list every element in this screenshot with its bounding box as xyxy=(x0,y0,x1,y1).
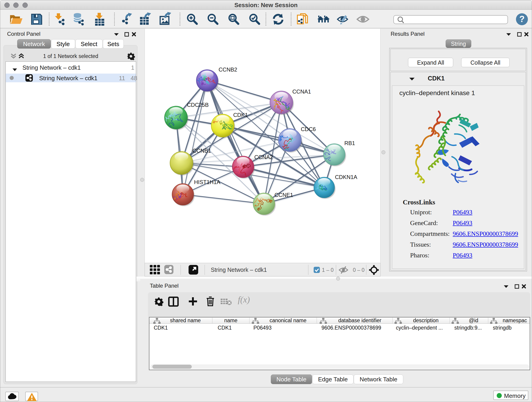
svg-text:CDK1: CDK1 xyxy=(233,112,248,118)
svg-text:CDKN1A: CDKN1A xyxy=(335,174,357,180)
svg-text:HIST1H1A: HIST1H1A xyxy=(194,179,220,185)
svg-text:RB1: RB1 xyxy=(344,140,355,146)
svg-text:CCNA2: CCNA2 xyxy=(254,154,273,160)
svg-text:CCNB2: CCNB2 xyxy=(219,66,237,73)
svg-text:CDC6: CDC6 xyxy=(301,126,316,132)
svg-text:?: ? xyxy=(519,14,525,24)
svg-text:CDC25B: CDC25B xyxy=(187,102,209,108)
svg-text:CCNA1: CCNA1 xyxy=(292,89,311,95)
svg-text:CCNE1: CCNE1 xyxy=(274,192,293,198)
svg-text:CCNB1: CCNB1 xyxy=(192,148,211,154)
